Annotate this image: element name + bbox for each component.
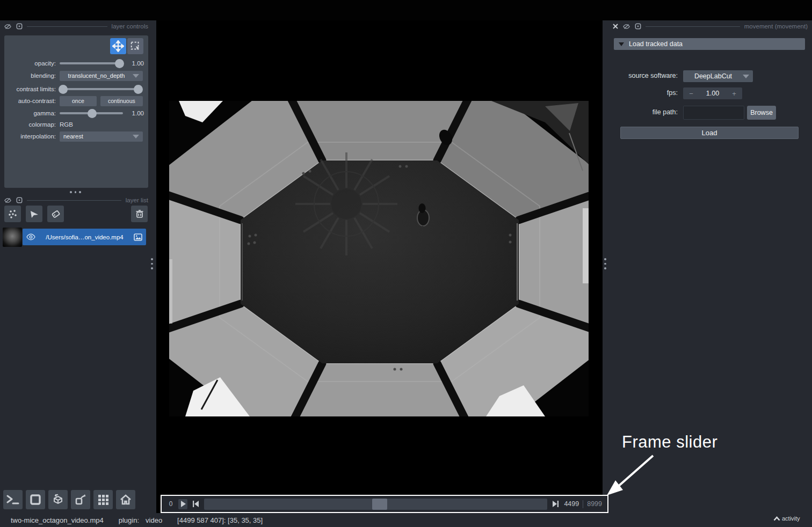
status-bar: two-mice_octagon_video.mp4 plugin: video… xyxy=(0,513,812,527)
movement-panel-header: movement (movement) xyxy=(612,22,808,31)
float-panel-icon[interactable] xyxy=(16,23,23,30)
contrast-limits-slider[interactable] xyxy=(60,88,142,90)
layer-controls-header: layer controls xyxy=(4,22,148,31)
auto-contrast-label: auto-contrast: xyxy=(4,98,56,104)
eye-hidden-icon[interactable] xyxy=(623,23,630,30)
fps-value[interactable]: 1.00 xyxy=(695,90,730,97)
interpolation-label: interpolation: xyxy=(4,133,56,140)
left-splitter-handle[interactable] xyxy=(151,258,153,269)
right-dock: movement (movement) Load tracked data so… xyxy=(607,20,812,513)
layer-row[interactable]: /Users/sofia…on_video.mp4 xyxy=(23,229,146,245)
increment-button[interactable]: + xyxy=(730,90,738,98)
new-shapes-layer-icon xyxy=(29,209,40,219)
activity-label: activity xyxy=(782,515,800,522)
interpolation-dropdown[interactable]: nearest xyxy=(60,131,143,142)
load-button[interactable]: Load xyxy=(620,127,799,139)
gamma-slider-handle[interactable] xyxy=(88,109,97,118)
new-labels-layer-icon xyxy=(50,209,61,219)
load-tracked-data-header[interactable]: Load tracked data xyxy=(614,38,805,50)
decrement-button[interactable]: − xyxy=(687,90,695,98)
console-button[interactable] xyxy=(3,490,23,509)
colormap-row: colormap: RGB xyxy=(4,119,144,130)
continuous-label: continuous xyxy=(108,98,135,104)
play-button[interactable] xyxy=(178,499,187,509)
contrast-limits-row: contrast limits: xyxy=(4,84,144,94)
opacity-slider[interactable] xyxy=(60,62,123,64)
home-icon xyxy=(120,494,132,506)
visibility-eye-icon[interactable] xyxy=(26,233,35,240)
new-points-layer-button[interactable] xyxy=(4,206,21,222)
grid-view-button[interactable] xyxy=(93,490,113,509)
float-panel-icon[interactable] xyxy=(634,23,641,30)
movement-panel-title: movement (movement) xyxy=(744,23,808,30)
delete-layer-button[interactable] xyxy=(131,206,148,222)
frame-slider-bar: 0 4499 8999 xyxy=(162,496,607,512)
header-divider xyxy=(27,200,121,201)
source-software-label: source software: xyxy=(607,72,678,79)
pan-zoom-button[interactable] xyxy=(110,38,126,54)
new-shapes-layer-button[interactable] xyxy=(26,206,42,222)
frame-slider-handle[interactable] xyxy=(372,499,387,510)
current-frame-value[interactable]: 4499 xyxy=(564,500,579,508)
right-splitter-handle[interactable] xyxy=(604,258,606,269)
ndisplay-toggle-button[interactable] xyxy=(26,490,45,509)
ndisplay-2d-icon xyxy=(30,494,41,506)
auto-contrast-continuous-button[interactable]: continuous xyxy=(100,96,143,106)
contrast-limits-label: contrast limits: xyxy=(4,86,56,92)
interpolation-row: interpolation: nearest xyxy=(4,131,144,142)
blending-label: blending: xyxy=(4,72,56,79)
opacity-label: opacity: xyxy=(4,60,56,67)
close-icon[interactable] xyxy=(612,23,619,30)
eye-hidden-icon[interactable] xyxy=(4,197,11,204)
transform-button[interactable] xyxy=(127,38,143,54)
browse-label: Browse xyxy=(750,109,773,116)
gamma-row: gamma: 1.00 xyxy=(4,108,144,119)
slider-start-label: 0 xyxy=(167,500,175,508)
load-tracked-data-label: Load tracked data xyxy=(629,40,683,48)
layer-thumbnail[interactable] xyxy=(3,228,22,247)
collapse-triangle-icon xyxy=(619,42,624,46)
layer-list-header: layer list xyxy=(4,196,148,204)
float-panel-icon[interactable] xyxy=(16,197,23,204)
gamma-slider[interactable] xyxy=(60,112,123,114)
opacity-value: 1.00 xyxy=(127,60,144,67)
blending-dropdown[interactable]: translucent_no_depth xyxy=(60,71,143,81)
fps-spinbox[interactable]: − 1.00 + xyxy=(683,87,742,99)
pan-arrows-icon xyxy=(112,40,124,52)
chevron-down-icon xyxy=(743,75,749,78)
panel-resize-handle[interactable] xyxy=(70,191,81,193)
skip-to-start-button[interactable] xyxy=(191,499,200,509)
status-layer-name: two-mice_octagon_video.mp4 xyxy=(11,516,104,524)
image-layer-type-icon[interactable] xyxy=(134,233,142,241)
opacity-slider-handle[interactable] xyxy=(115,59,124,68)
left-dock: layer controls opacity: 1.00 blending: t… xyxy=(0,20,152,513)
skip-to-end-icon xyxy=(553,501,559,507)
fps-label: fps: xyxy=(607,89,678,97)
browse-button[interactable]: Browse xyxy=(747,106,776,120)
layer-list-title: layer list xyxy=(126,197,148,203)
file-path-input[interactable] xyxy=(683,106,744,120)
roll-dimensions-button[interactable] xyxy=(48,490,68,509)
contrast-max-handle[interactable] xyxy=(134,85,143,94)
activity-button[interactable]: activity xyxy=(773,515,800,522)
layer-name: /Users/sofia…on_video.mp4 xyxy=(39,234,130,240)
source-software-dropdown[interactable]: DeepLabCut xyxy=(683,70,753,82)
viewer-canvas[interactable] xyxy=(156,20,603,513)
new-labels-layer-button[interactable] xyxy=(47,206,64,222)
transpose-button[interactable] xyxy=(71,490,90,509)
chevron-up-icon xyxy=(773,516,780,521)
auto-contrast-once-button[interactable]: once xyxy=(60,96,97,106)
trash-icon xyxy=(135,209,144,219)
console-icon xyxy=(6,494,19,505)
contrast-min-handle[interactable] xyxy=(59,85,68,94)
interpolation-value: nearest xyxy=(63,133,129,140)
frame-slider-track[interactable] xyxy=(204,499,547,510)
skip-to-end-button[interactable] xyxy=(551,499,560,509)
new-points-layer-icon xyxy=(8,209,18,219)
eye-hidden-icon[interactable] xyxy=(4,23,11,30)
header-divider xyxy=(646,26,740,27)
home-reset-view-button[interactable] xyxy=(116,490,135,509)
total-frames-value: 8999 xyxy=(587,500,602,508)
chevron-down-icon xyxy=(133,74,139,78)
auto-contrast-row: auto-contrast: once continuous xyxy=(4,96,144,106)
